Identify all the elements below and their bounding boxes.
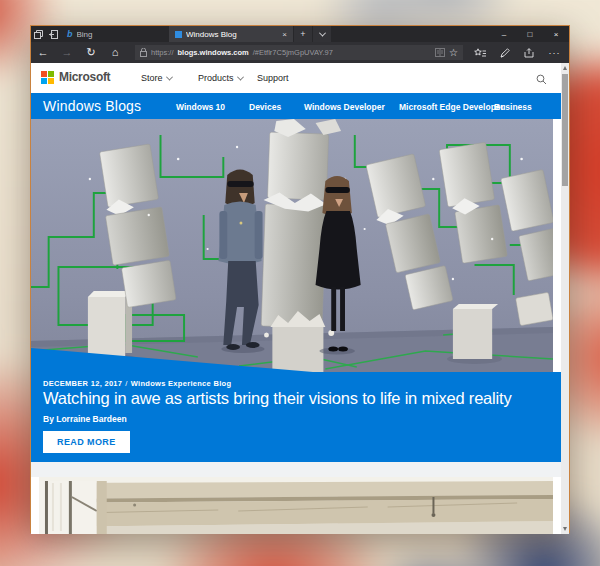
- back-button[interactable]: ←: [31, 42, 55, 63]
- close-tab-icon[interactable]: ×: [278, 30, 287, 39]
- tab-label: Bing: [77, 30, 164, 39]
- scroll-up-icon[interactable]: [563, 66, 567, 70]
- nav-windows-developer[interactable]: Windows Developer: [304, 102, 385, 112]
- titlebar-drag-area: [331, 26, 491, 42]
- hero-image-scene: [31, 119, 553, 372]
- nav-store[interactable]: Store: [141, 73, 172, 83]
- blog-nav-bar: Windows Blogs Windows 10 Devices Windows…: [31, 93, 561, 119]
- article-meta: DECEMBER 12, 2017/Windows Experience Blo…: [43, 379, 231, 388]
- bing-logo-icon: b: [67, 29, 73, 39]
- forward-button[interactable]: →: [55, 42, 79, 63]
- nav-windows-10[interactable]: Windows 10: [176, 102, 225, 112]
- maximize-button[interactable]: □: [517, 26, 543, 42]
- read-more-button[interactable]: READ MORE: [43, 431, 130, 453]
- url-fragment: /#Etflr7C5jmGpUVAY.97: [253, 48, 333, 57]
- interior-scene: [39, 477, 553, 534]
- article-byline: By Lorraine Bardeen: [43, 414, 127, 424]
- nav-business[interactable]: Business: [494, 102, 532, 112]
- url-scheme: https://: [151, 48, 174, 57]
- address-bar: ← → ↻ ⌂ https://blogs.windows.com/#Etflr…: [31, 42, 569, 63]
- microsoft-logo[interactable]: Microsoft: [41, 70, 110, 84]
- minimize-button[interactable]: –: [491, 26, 517, 42]
- next-article-image[interactable]: [39, 477, 553, 534]
- tab-windows-blog[interactable]: Windows Blog ×: [169, 26, 293, 42]
- reading-view-icon[interactable]: [435, 48, 445, 57]
- nav-microsoft-edge-developer[interactable]: Microsoft Edge Developer: [399, 102, 504, 112]
- scroll-down-icon[interactable]: [563, 527, 567, 531]
- chevron-down-icon: [165, 73, 172, 80]
- url-field[interactable]: https://blogs.windows.com/#Etflr7C5jmGpU…: [135, 45, 463, 60]
- page-scrollbar[interactable]: [561, 63, 569, 534]
- close-window-button[interactable]: ×: [543, 26, 569, 42]
- nav-devices[interactable]: Devices: [249, 102, 281, 112]
- microsoft-logo-text: Microsoft: [59, 70, 110, 84]
- page-viewport: Microsoft Store Products Support Windows…: [31, 63, 569, 534]
- article-category-link[interactable]: Windows Experience Blog: [131, 379, 232, 388]
- featured-article-banner: DECEMBER 12, 2017/Windows Experience Blo…: [31, 372, 561, 462]
- microsoft-header: Microsoft Store Products Support: [31, 63, 561, 93]
- windows-blogs-brand[interactable]: Windows Blogs: [43, 98, 141, 114]
- microsoft-logo-squares-icon: [41, 71, 54, 84]
- refresh-button[interactable]: ↻: [79, 42, 103, 63]
- nav-products[interactable]: Products: [198, 73, 243, 83]
- scrollbar-thumb[interactable]: [562, 74, 568, 186]
- section-divider: [31, 462, 561, 477]
- set-tabs-aside-icon[interactable]: [31, 26, 46, 42]
- article-date: DECEMBER 12, 2017: [43, 379, 122, 388]
- tabs-you-set-aside-icon[interactable]: [46, 26, 61, 42]
- article-title[interactable]: Watching in awe as artists bring their v…: [43, 389, 511, 408]
- windows-logo-icon: [175, 31, 182, 38]
- favorites-hub-icon[interactable]: [467, 48, 492, 58]
- search-icon[interactable]: [536, 71, 547, 89]
- lock-icon: [140, 48, 147, 57]
- settings-more-icon[interactable]: ···: [542, 48, 567, 58]
- url-host: blogs.windows.com: [178, 48, 249, 57]
- nav-support[interactable]: Support: [257, 73, 289, 83]
- hero-image[interactable]: [31, 119, 553, 372]
- browser-window: b Bing Windows Blog × + – □ × ← → ↻ ⌂ ht…: [30, 25, 570, 533]
- share-icon[interactable]: [517, 48, 542, 58]
- favorite-star-icon[interactable]: ☆: [449, 47, 458, 58]
- tab-preview-chevron-icon[interactable]: [313, 26, 331, 42]
- tab-label: Windows Blog: [186, 30, 274, 39]
- tab-bing[interactable]: b Bing: [61, 26, 169, 42]
- new-tab-button[interactable]: +: [294, 26, 312, 42]
- chevron-down-icon: [236, 73, 243, 80]
- home-button[interactable]: ⌂: [103, 42, 127, 63]
- tab-bar: b Bing Windows Blog × + – □ ×: [31, 26, 569, 42]
- web-note-pen-icon[interactable]: [492, 48, 517, 58]
